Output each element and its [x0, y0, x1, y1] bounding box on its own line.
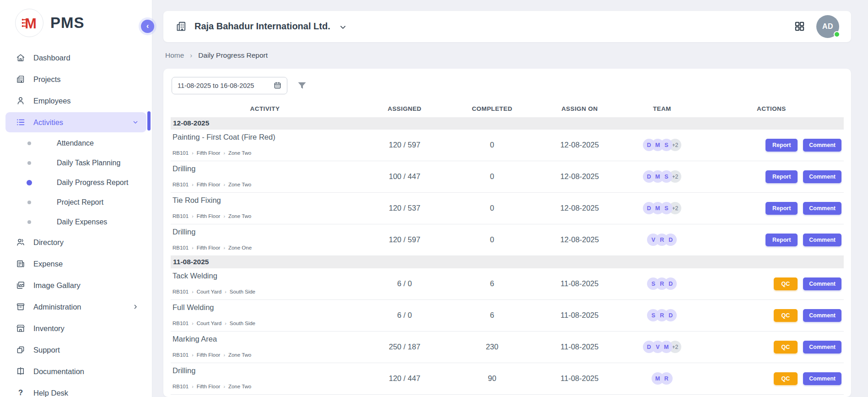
- team-avatars: DMS+2: [625, 193, 699, 224]
- sidebar-item-label: Activities: [33, 118, 63, 127]
- activity-title: Full Welding: [173, 303, 214, 312]
- sidebar-subitem-label: Daily Task Planning: [57, 159, 120, 167]
- comment-button[interactable]: Comment: [803, 341, 841, 353]
- brand-name: PMS: [50, 14, 85, 32]
- sidebar-item-projects[interactable]: Projects: [5, 69, 146, 89]
- activity-location: RB101›Fifth Floor›Zone Two: [173, 150, 251, 156]
- comment-button[interactable]: Comment: [803, 170, 841, 183]
- apps-grid-icon[interactable]: [794, 21, 805, 32]
- chevron-right-icon: ›: [223, 245, 225, 250]
- main-area: Raja Bahadur International Ltd. AD: [152, 0, 868, 397]
- sidebar-item-documentation[interactable]: Documentation: [5, 361, 146, 381]
- date-group-header: 11-08-2025: [171, 256, 844, 268]
- actions-cell: ReportComment: [699, 130, 844, 161]
- actions-cell: QCComment: [699, 300, 844, 331]
- completed-value: 6: [450, 300, 534, 331]
- assigned-value: 250 / 187: [359, 332, 450, 363]
- sidebar-item-expense[interactable]: Expense: [5, 254, 146, 274]
- completed-value: 230: [450, 332, 534, 363]
- content-card: 11-08-2025 to 16-08-2025 ACTIVITYASSIGNE…: [163, 69, 851, 397]
- activity-cell: Tie Rod Fixing RB101›Fifth Floor›Zone Tw…: [171, 193, 359, 224]
- activity-cell: Painting - First Coat (Fire Red) RB101›F…: [171, 130, 359, 161]
- home-icon: [16, 53, 26, 63]
- qc-button[interactable]: QC: [774, 372, 798, 385]
- report-button[interactable]: Report: [766, 202, 798, 215]
- bullet-dot-icon: [27, 200, 32, 205]
- activity-cell: Drilling RB101›Fifth Floor›Zone Two: [171, 161, 359, 192]
- qc-button[interactable]: QC: [774, 341, 798, 353]
- chevron-right-icon: ›: [223, 384, 225, 389]
- sidebar-item-employees[interactable]: Employees: [5, 91, 146, 111]
- table-row: Tack Welding RB101›Court Yard›South Side…: [171, 268, 844, 300]
- location-part: Zone Two: [228, 384, 251, 389]
- report-button[interactable]: Report: [766, 170, 798, 183]
- completed-value: 6: [450, 268, 534, 299]
- report-button[interactable]: Report: [766, 139, 798, 152]
- filter-funnel-icon[interactable]: [297, 80, 307, 91]
- company-name: Raja Bahadur International Ltd.: [194, 21, 330, 32]
- sidebar-subitem-daily-progress-report[interactable]: Daily Progress Report: [5, 173, 146, 192]
- activity-location: RB101›Fifth Floor›Zone Two: [173, 213, 251, 219]
- store-icon: [16, 323, 26, 333]
- chevron-right-icon: ›: [223, 352, 225, 358]
- sidebar-collapse-button[interactable]: ‹: [141, 20, 154, 33]
- sidebar-subitem-daily-task-planning[interactable]: Daily Task Planning: [5, 153, 146, 173]
- actions-cell: QCComment: [699, 268, 844, 299]
- bullet-dot-icon: [27, 219, 32, 225]
- completed-value: 0: [450, 193, 534, 224]
- sidebar-subitem-attendance[interactable]: Attendance: [5, 134, 146, 153]
- assigned-value: 120 / 597: [359, 224, 450, 256]
- comment-button[interactable]: Comment: [803, 277, 841, 290]
- completed-value: 0: [450, 224, 534, 256]
- breadcrumb: Home › Daily Progress Report: [165, 51, 851, 60]
- sidebar-item-help-desk[interactable]: ?Help Desk: [5, 383, 146, 397]
- avatar-initials: AD: [822, 22, 833, 31]
- comment-button[interactable]: Comment: [803, 139, 841, 152]
- assign-on-date: 11-08-2025: [534, 332, 625, 363]
- sidebar-item-activities[interactable]: Activities: [5, 112, 146, 132]
- activity-cell: Marking Area RB101›Fifth Floor›Zone Two: [171, 332, 359, 363]
- sidebar-item-dashboard[interactable]: Dashboard: [5, 48, 146, 68]
- sidebar-item-image-gallary[interactable]: Image Gallary: [5, 275, 146, 295]
- completed-value: 0: [450, 130, 534, 161]
- report-button[interactable]: Report: [766, 234, 798, 246]
- assigned-value: 100 / 447: [359, 161, 450, 192]
- team-avatars: DVM+2: [625, 332, 699, 363]
- date-range-input[interactable]: 11-08-2025 to 16-08-2025: [172, 77, 287, 94]
- activity-title: Tack Welding: [173, 272, 217, 280]
- qc-button[interactable]: QC: [774, 277, 798, 290]
- location-part: Zone Two: [228, 150, 251, 156]
- sidebar-subitem-project-report[interactable]: Project Report: [5, 193, 146, 212]
- sidebar-subitem-daily-expenses[interactable]: Daily Expenses: [5, 212, 146, 232]
- comment-button[interactable]: Comment: [803, 234, 841, 246]
- breadcrumb-home-link[interactable]: Home: [165, 51, 184, 60]
- location-part: RB101: [173, 182, 189, 187]
- comment-button[interactable]: Comment: [803, 309, 841, 322]
- location-part: Fifth Floor: [197, 352, 221, 358]
- activity-cell: Tack Welding RB101›Court Yard›South Side: [171, 268, 359, 299]
- sidebar-item-inventory[interactable]: Inventory: [5, 318, 146, 338]
- bullet-dot-icon: [27, 180, 32, 185]
- comment-button[interactable]: Comment: [803, 372, 841, 385]
- person-icon: [16, 96, 26, 106]
- qc-button[interactable]: QC: [774, 309, 798, 322]
- building-icon: [16, 74, 26, 84]
- assigned-value: 120 / 597: [359, 130, 450, 161]
- team-avatars: DMS+2: [625, 161, 699, 192]
- company-selector[interactable]: Raja Bahadur International Ltd.: [175, 20, 347, 33]
- assigned-value: 120 / 537: [359, 193, 450, 224]
- location-part: Zone Two: [228, 213, 251, 219]
- comment-button[interactable]: Comment: [803, 202, 841, 215]
- sidebar-item-support[interactable]: Support: [5, 340, 146, 360]
- chevron-right-icon: ›: [192, 384, 194, 389]
- chevron-right-icon: ›: [192, 213, 194, 219]
- header-actions: AD: [794, 15, 839, 38]
- user-avatar[interactable]: AD: [816, 15, 839, 38]
- sidebar-item-label: Inventory: [33, 324, 65, 333]
- top-header: Raja Bahadur International Ltd. AD: [163, 11, 851, 42]
- chevron-right-icon: ›: [192, 352, 194, 358]
- sidebar-item-directory[interactable]: Directory: [5, 232, 146, 252]
- sidebar-item-administration[interactable]: Administration: [5, 297, 146, 317]
- team-avatars: DMS+2: [625, 130, 699, 161]
- chevron-right-icon: ›: [223, 150, 225, 156]
